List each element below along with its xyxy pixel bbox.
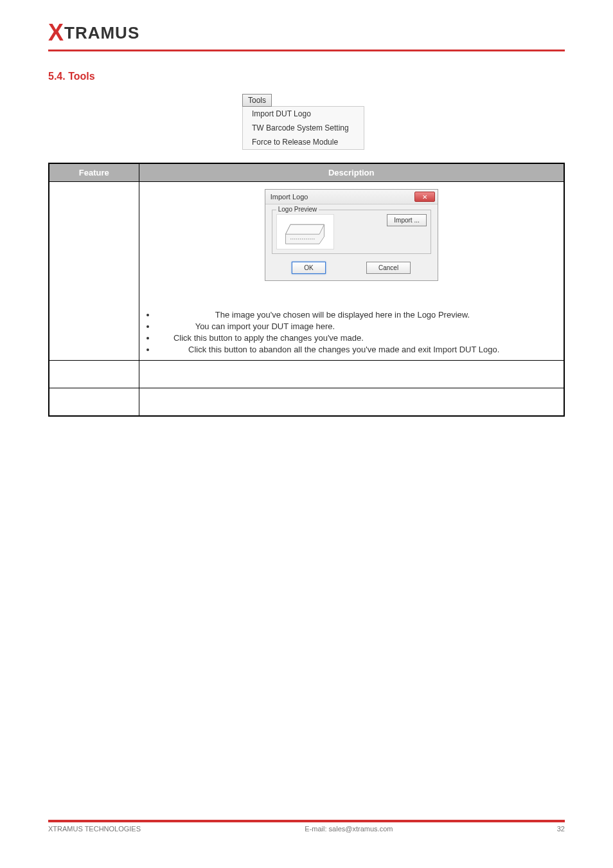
tools-menu-item[interactable]: Force to Release Module [243,135,364,149]
table-header-description: Description [139,163,564,182]
table-row: Force to Release Module When it is succe… [49,388,564,417]
tools-menu-button[interactable]: Tools [242,94,272,107]
dialog-titlebar: Import Logo ✕ [265,190,438,204]
footer-email: E-mail: sales@xtramus.com [305,825,393,833]
feature-label: Import DUT Logo [55,186,123,195]
dialog-title: Import Logo [271,193,308,201]
logo-text: TRAMUS [64,23,139,43]
table-row: TW Barcode System Setting This function … [49,361,564,388]
footer-company: XTRAMUS TECHNOLOGIES [48,825,141,833]
footer-page-number: 32 [557,825,565,833]
tools-menu-item[interactable]: TW Barcode System Setting [243,121,364,135]
table-header-feature: Feature [49,163,139,182]
ok-button[interactable]: OK [292,262,325,274]
logo-preview-label: Logo Preview [276,206,319,213]
header-divider [48,50,565,51]
list-item: Import…: You can import your DUT image h… [156,321,559,331]
cancel-button[interactable]: Cancel [366,262,411,274]
logo-x: X [48,19,64,46]
tools-dropdown: Import DUT Logo TW Barcode System Settin… [242,106,364,150]
tools-menu-screenshot: Tools Import DUT Logo TW Barcode System … [242,94,371,150]
tools-menu-item[interactable]: Import DUT Logo [243,107,364,121]
logo-preview-image [276,214,334,249]
list-item: Cancel: Click this button to abandon all… [156,345,559,354]
close-icon[interactable]: ✕ [414,192,435,202]
row-description: When it is successfully done this functi… [145,392,491,402]
list-item: OK: Click this button to apply the chang… [156,333,559,343]
row-description: You can import an image of your DUT via … [145,287,559,307]
table-row: Import DUT Logo Import Logo ✕ Logo Previ… [49,182,564,361]
logo-preview-group: Logo Preview Imp [272,210,431,254]
row-description: This function is specific for TW custome… [145,365,314,374]
section-title: 5.4. Tools [48,71,565,82]
bullet-list: Logo Preview: The image you've chosen wi… [156,310,559,354]
list-item: Logo Preview: The image you've chosen wi… [156,310,559,320]
import-logo-dialog: Import Logo ✕ Logo Preview [265,189,438,281]
feature-label: Force to Release Module [55,392,121,411]
feature-label: TW Barcode System Setting [55,365,115,384]
page-footer: XTRAMUS TECHNOLOGIES E-mail: sales@xtram… [48,820,565,833]
tools-feature-table: Feature Description Import DUT Logo Impo… [48,163,565,417]
logo-header: XTRAMUS [48,19,565,46]
import-button[interactable]: Import ... [387,214,426,226]
footer-divider [48,820,565,822]
